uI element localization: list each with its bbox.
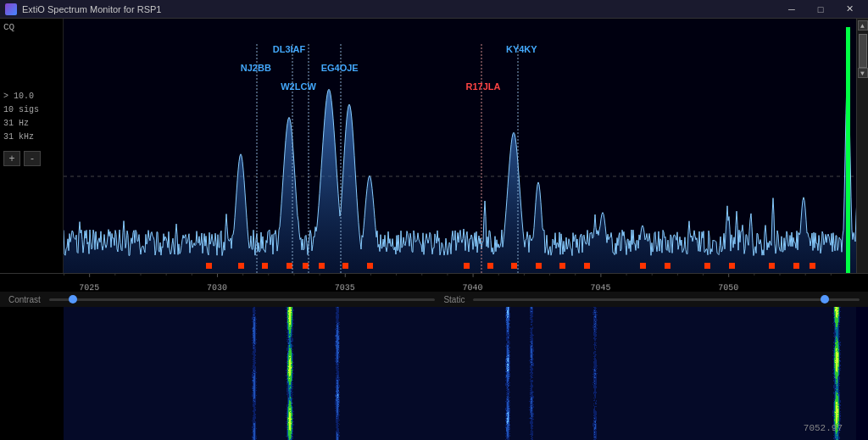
titlebar-left: ExtiO Spectrum Monitor for RSP1 [5, 3, 161, 15]
contrast-slider[interactable] [49, 298, 436, 301]
frequency-indicator: 7052.97 [804, 423, 843, 433]
cq-label: CQ [3, 22, 59, 32]
spectrum-area: CQ > 10.0 10 sigs 31 Hz 31 kHz + - DL3IA… [0, 19, 868, 273]
contrast-thumb[interactable] [69, 295, 77, 304]
slider-row: Contrast Static [0, 292, 868, 307]
resolution-stat: 31 Hz [3, 117, 59, 131]
threshold-stat: > 10.0 [3, 90, 59, 103]
window-controls: ─ □ ✕ [778, 2, 863, 17]
zoom-in-button[interactable]: + [3, 151, 20, 166]
scroll-down-button[interactable]: ▼ [858, 68, 868, 78]
spectrum-display [64, 19, 868, 273]
signals-stat: 10 sigs [3, 103, 59, 117]
contrast-label: Contrast [8, 295, 41, 304]
spectrum-icon [5, 3, 17, 15]
spectrum-canvas[interactable]: DL3IAF NJ2BB EG4OJE W2LCW KY4KY R17JLA [64, 19, 868, 273]
freq-axis-canvas [0, 274, 868, 292]
static-label: Static [443, 295, 465, 304]
window-title: ExtiO Spectrum Monitor for RSP1 [22, 4, 161, 14]
main-content: CQ > 10.0 10 sigs 31 Hz 31 kHz + - DL3IA… [0, 19, 868, 440]
scroll-thumb[interactable] [859, 34, 867, 68]
left-panel: CQ > 10.0 10 sigs 31 Hz 31 kHz + - [0, 19, 64, 273]
close-button[interactable]: ✕ [836, 2, 863, 17]
frequency-axis [0, 273, 868, 292]
static-slider[interactable] [473, 298, 860, 301]
bandwidth-stat: 31 kHz [3, 131, 59, 144]
scroll-up-button[interactable]: ▲ [858, 20, 868, 31]
minimize-button[interactable]: ─ [778, 2, 805, 17]
zoom-controls: + - [3, 151, 59, 166]
zoom-out-button[interactable]: - [24, 151, 41, 166]
maximize-button[interactable]: □ [807, 2, 834, 17]
waterfall-display: 7052.97 [0, 307, 868, 440]
stats-panel: > 10.0 10 sigs 31 Hz 31 kHz [3, 90, 59, 144]
waterfall-canvas [0, 307, 868, 440]
static-thumb[interactable] [821, 295, 829, 304]
scrollbar[interactable]: ▲ ▼ [856, 19, 868, 273]
titlebar: ExtiO Spectrum Monitor for RSP1 ─ □ ✕ [0, 0, 868, 19]
